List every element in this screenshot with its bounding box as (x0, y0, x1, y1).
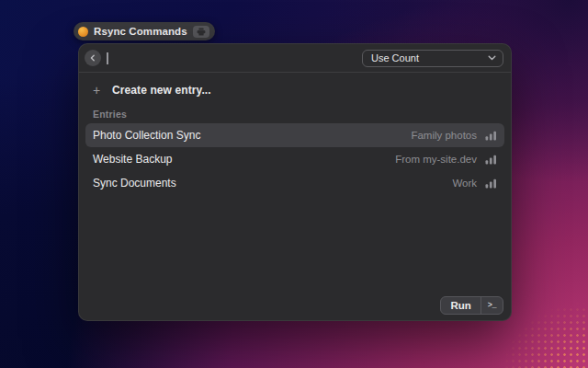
entry-accessory: Family photos (411, 130, 477, 141)
desktop-wallpaper: Rsync Commands Use Count (0, 0, 588, 368)
entry-title: Sync Documents (93, 177, 176, 190)
entry-title: Photo Collection Sync (93, 129, 200, 142)
run-split-button: Run >_ (440, 296, 503, 315)
chevron-down-icon (488, 55, 496, 61)
header-divider (79, 72, 511, 73)
search-header: Use Count (79, 44, 511, 72)
bar-chart-icon (485, 155, 497, 165)
terminal-prompt-icon: >_ (488, 301, 496, 310)
window-title: Rsync Commands (94, 26, 187, 37)
bar-chart-icon (485, 131, 497, 141)
entry-accessory: From my-site.dev (395, 154, 477, 165)
list-item[interactable]: Website Backup From my-site.dev (85, 147, 504, 171)
command-palette-window: Use Count + Create new entry... Entries … (78, 43, 512, 321)
bar-chart-icon (485, 178, 497, 189)
entry-title: Website Backup (93, 153, 173, 166)
entries-list: Photo Collection Sync Family photos Webs… (79, 123, 511, 195)
extension-icon (78, 27, 88, 37)
terminal-button[interactable]: >_ (481, 297, 503, 314)
list-item[interactable]: Photo Collection Sync Family photos (85, 123, 504, 147)
run-button[interactable]: Run (441, 297, 480, 314)
sort-dropdown[interactable]: Use Count (362, 50, 503, 67)
plus-icon: + (92, 84, 101, 97)
back-button[interactable] (85, 50, 101, 66)
create-new-entry-button[interactable]: + Create new entry... (79, 80, 511, 100)
entries-section-label: Entries (93, 109, 511, 120)
chevron-left-icon (89, 54, 96, 62)
window-title-pill[interactable]: Rsync Commands (74, 22, 215, 40)
create-new-entry-label: Create new entry... (112, 84, 211, 97)
search-input[interactable] (101, 44, 362, 72)
sort-dropdown-value: Use Count (371, 52, 419, 63)
entry-accessory: Work (452, 178, 477, 189)
printer-icon (193, 26, 209, 38)
list-item[interactable]: Sync Documents Work (85, 171, 504, 195)
text-caret (107, 52, 108, 64)
